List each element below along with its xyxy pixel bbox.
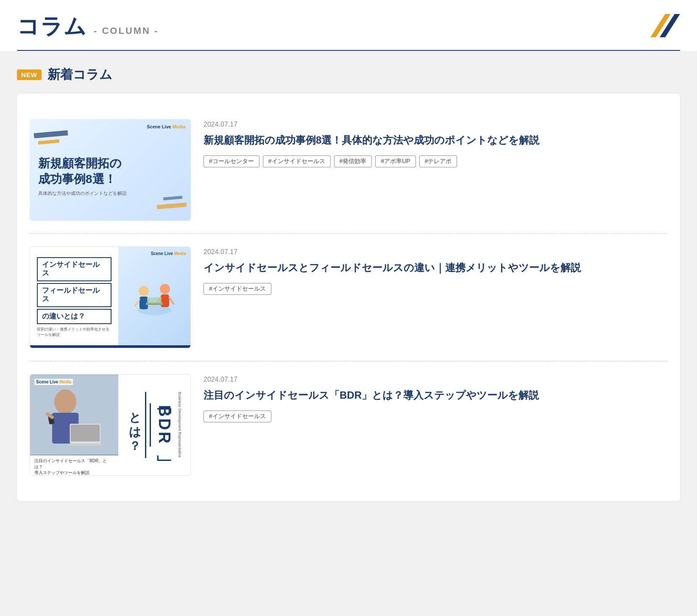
article-tags-3: #インサイドセールス: [204, 411, 667, 422]
article-info-1: 2024.07.17 新規顧客開拓の成功事例8選！具体的な方法や成功のポイントな…: [204, 119, 667, 221]
thumb2-line3: の違いとは？: [37, 309, 112, 324]
new-section-title: 新着コラム: [47, 66, 112, 83]
thumb-brand-2: Scene Live Media: [151, 251, 186, 256]
deco-2: [38, 139, 60, 144]
thumb3-toha: とは？: [126, 404, 142, 446]
thumb2-line2: フィールドセールス: [37, 283, 112, 307]
deco-4: [163, 196, 182, 200]
main-content: NEW 新着コラム Scene Live Media 新規顧客開拓の成功事例8選…: [0, 51, 697, 516]
article-item[interactable]: Scene Live Media: [30, 361, 667, 488]
tag[interactable]: #コールセンター: [204, 155, 259, 167]
page-title-jp: コラム: [17, 12, 87, 42]
tag[interactable]: #インサイドセールス: [204, 283, 271, 295]
tag[interactable]: #発信効率: [334, 155, 372, 167]
article-title-2[interactable]: インサイドセールスとフィールドセールスの違い｜連携メリットやツールを解説: [204, 260, 667, 275]
thumb-main-title-1: 新規顧客開拓の成功事例8選！: [38, 156, 122, 187]
article-date-1: 2024.07.17: [204, 121, 667, 128]
thumb2-left: インサイドセールス フィールドセールス の違いとは？ 役割の違い・連携メリットや…: [30, 250, 118, 344]
svg-line-10: [169, 297, 173, 304]
svg-rect-17: [71, 425, 100, 441]
thumb3-bdr-sub: Business Development Representative: [177, 392, 182, 458]
header-divider: [17, 50, 680, 51]
article-thumbnail-3: Scene Live Media: [30, 374, 191, 476]
article-title-3[interactable]: 注目のインサイドセールス「BDR」とは？導入ステップやツールを解説: [204, 388, 667, 403]
new-section-header: NEW 新着コラム: [17, 66, 680, 83]
thumb2-sub: 役割の違い・連携メリットや効率化させるツールを解説: [37, 327, 112, 338]
article-thumbnail-1: Scene Live Media 新規顧客開拓の成功事例8選！ 具体的な方法や成…: [30, 119, 191, 221]
deco-3: [157, 203, 187, 209]
tag[interactable]: #インサイドセールス: [263, 155, 331, 167]
header-top: コラム - COLUMN -: [17, 12, 680, 50]
thumb3-caption: 注目のインサイドセールス「BDR」とは？導入ステップやツールを解説: [30, 455, 118, 476]
article-date-2: 2024.07.17: [204, 248, 667, 256]
logo-icon: [646, 12, 680, 42]
articles-container: Scene Live Media 新規顧客開拓の成功事例8選！ 具体的な方法や成…: [17, 94, 680, 501]
new-badge: NEW: [17, 69, 42, 80]
svg-point-14: [54, 389, 76, 414]
article-date-3: 2024.07.17: [204, 376, 667, 383]
svg-point-7: [160, 284, 170, 294]
svg-rect-8: [161, 294, 169, 307]
thumb-sub-1: 具体的な方法や成功のポイントなどを解説: [38, 190, 127, 197]
page-title-en: - COLUMN -: [94, 25, 159, 36]
thumb3-left-wrap: Scene Live Media: [30, 375, 118, 475]
thumb3-right: とは？ 「BDR」 Business Development Represent…: [118, 375, 190, 475]
article-thumbnail-2: Scene Live Media インサイドセールス フィールドセールス の違い…: [30, 247, 191, 348]
article-tags-2: #インサイドセールス: [204, 283, 667, 295]
article-info-2: 2024.07.17 インサイドセールスとフィールドセールスの違い｜連携メリット…: [204, 247, 667, 348]
svg-rect-12: [147, 297, 162, 303]
thumb3-person-img: [30, 375, 118, 455]
tag[interactable]: #インサイドセールス: [204, 411, 271, 422]
thumb-brand-3: Scene Live Media: [34, 379, 73, 385]
svg-point-3: [139, 286, 149, 296]
thumb3-bdr: 「BDR」: [150, 403, 175, 447]
thumb2-bg-line: [30, 345, 190, 348]
tag[interactable]: #テレアポ: [419, 155, 457, 167]
tag[interactable]: #アポ率UP: [375, 155, 415, 167]
header-title-group: コラム - COLUMN -: [17, 12, 159, 42]
svg-rect-18: [67, 444, 103, 446]
article-item[interactable]: Scene Live Media インサイドセールス フィールドセールス の違い…: [30, 233, 667, 361]
svg-line-5: [135, 300, 139, 306]
thumb-brand-1: Scene Live Media: [147, 124, 186, 129]
header-section: コラム - COLUMN -: [0, 0, 697, 51]
article-tags-1: #コールセンター #インサイドセールス #発信効率 #アポ率UP #テレアポ: [204, 155, 667, 167]
article-title-1[interactable]: 新規顧客開拓の成功事例8選！具体的な方法や成功のポイントなどを解説: [204, 133, 667, 148]
deco-1: [34, 130, 68, 139]
page-wrapper: コラム - COLUMN - NEW 新着コラム Scene: [0, 0, 697, 616]
article-item[interactable]: Scene Live Media 新規顧客開拓の成功事例8選！ 具体的な方法や成…: [30, 106, 667, 233]
thumb2-right: [118, 247, 190, 348]
thumb2-line1: インサイドセールス: [37, 257, 112, 281]
article-info-3: 2024.07.17 注目のインサイドセールス「BDR」とは？導入ステップやツー…: [204, 374, 667, 476]
